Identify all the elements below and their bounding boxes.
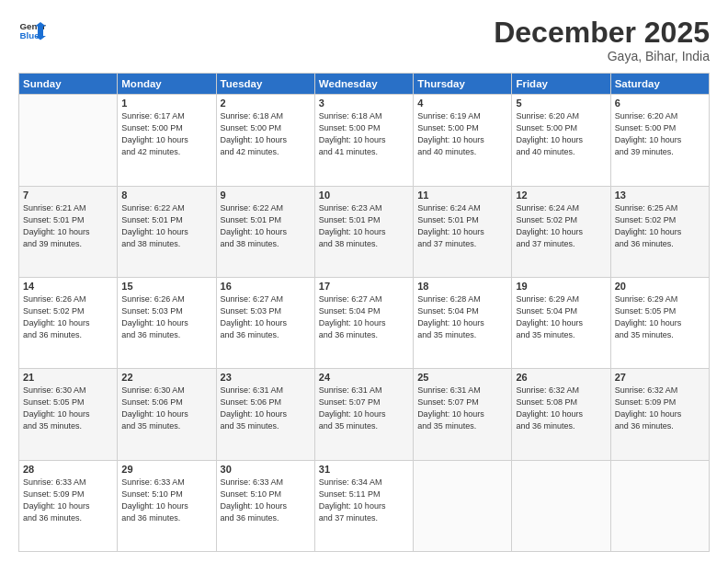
- day-info: Sunrise: 6:31 AM Sunset: 5:06 PM Dayligh…: [221, 385, 311, 432]
- day-number: 4: [417, 98, 507, 109]
- calendar-week-row: 7Sunrise: 6:21 AM Sunset: 5:01 PM Daylig…: [19, 186, 710, 277]
- calendar-day-cell: 23Sunrise: 6:31 AM Sunset: 5:06 PM Dayli…: [216, 369, 314, 460]
- calendar-day-cell: 20Sunrise: 6:29 AM Sunset: 5:05 PM Dayli…: [610, 277, 709, 368]
- calendar-day-cell: 28Sunrise: 6:33 AM Sunset: 5:09 PM Dayli…: [19, 460, 118, 551]
- calendar-day-cell: 15Sunrise: 6:26 AM Sunset: 5:03 PM Dayli…: [118, 277, 216, 368]
- calendar-day-cell: 4Sunrise: 6:19 AM Sunset: 5:00 PM Daylig…: [414, 95, 512, 186]
- day-info: Sunrise: 6:18 AM Sunset: 5:00 PM Dayligh…: [319, 110, 409, 158]
- day-number: 26: [516, 372, 606, 383]
- calendar-header-monday: Monday: [118, 74, 216, 95]
- day-info: Sunrise: 6:17 AM Sunset: 5:00 PM Dayligh…: [121, 110, 211, 158]
- day-number: 23: [221, 372, 311, 383]
- day-number: 30: [221, 464, 311, 475]
- calendar-day-cell: 11Sunrise: 6:24 AM Sunset: 5:01 PM Dayli…: [414, 186, 512, 277]
- calendar-day-cell: 9Sunrise: 6:22 AM Sunset: 5:01 PM Daylig…: [216, 186, 314, 277]
- day-number: 31: [319, 464, 409, 475]
- calendar-day-cell: 18Sunrise: 6:28 AM Sunset: 5:04 PM Dayli…: [414, 277, 512, 368]
- calendar-day-cell: [610, 460, 709, 551]
- calendar-header-thursday: Thursday: [414, 74, 512, 95]
- day-info: Sunrise: 6:23 AM Sunset: 5:01 PM Dayligh…: [319, 202, 409, 250]
- calendar-day-cell: [19, 95, 118, 186]
- logo: General Blue: [18, 17, 46, 44]
- calendar-day-cell: 19Sunrise: 6:29 AM Sunset: 5:04 PM Dayli…: [512, 277, 610, 368]
- calendar-day-cell: 7Sunrise: 6:21 AM Sunset: 5:01 PM Daylig…: [19, 186, 118, 277]
- calendar-day-cell: 26Sunrise: 6:32 AM Sunset: 5:08 PM Dayli…: [512, 369, 610, 460]
- calendar-day-cell: 27Sunrise: 6:32 AM Sunset: 5:09 PM Dayli…: [610, 369, 709, 460]
- calendar-week-row: 28Sunrise: 6:33 AM Sunset: 5:09 PM Dayli…: [19, 460, 710, 551]
- calendar-day-cell: 13Sunrise: 6:25 AM Sunset: 5:02 PM Dayli…: [610, 186, 709, 277]
- calendar-header-tuesday: Tuesday: [216, 74, 314, 95]
- day-number: 22: [121, 372, 211, 383]
- day-info: Sunrise: 6:22 AM Sunset: 5:01 PM Dayligh…: [221, 202, 311, 250]
- day-info: Sunrise: 6:34 AM Sunset: 5:11 PM Dayligh…: [319, 477, 409, 524]
- calendar-week-row: 14Sunrise: 6:26 AM Sunset: 5:02 PM Dayli…: [19, 277, 710, 368]
- day-info: Sunrise: 6:28 AM Sunset: 5:04 PM Dayligh…: [417, 293, 507, 341]
- day-info: Sunrise: 6:19 AM Sunset: 5:00 PM Dayligh…: [417, 110, 507, 158]
- day-info: Sunrise: 6:33 AM Sunset: 5:10 PM Dayligh…: [221, 477, 311, 524]
- day-info: Sunrise: 6:30 AM Sunset: 5:06 PM Dayligh…: [121, 385, 211, 432]
- calendar-day-cell: 21Sunrise: 6:30 AM Sunset: 5:05 PM Dayli…: [19, 369, 118, 460]
- calendar-day-cell: 8Sunrise: 6:22 AM Sunset: 5:01 PM Daylig…: [118, 186, 216, 277]
- calendar-day-cell: [414, 460, 512, 551]
- day-number: 15: [121, 281, 211, 292]
- day-number: 20: [615, 281, 705, 292]
- calendar-day-cell: 22Sunrise: 6:30 AM Sunset: 5:06 PM Dayli…: [118, 369, 216, 460]
- day-info: Sunrise: 6:27 AM Sunset: 5:03 PM Dayligh…: [221, 293, 311, 341]
- day-number: 25: [417, 372, 507, 383]
- calendar-day-cell: 17Sunrise: 6:27 AM Sunset: 5:04 PM Dayli…: [314, 277, 413, 368]
- calendar-day-cell: 6Sunrise: 6:20 AM Sunset: 5:00 PM Daylig…: [610, 95, 709, 186]
- calendar-header-saturday: Saturday: [610, 74, 709, 95]
- calendar-week-row: 21Sunrise: 6:30 AM Sunset: 5:05 PM Dayli…: [19, 369, 710, 460]
- day-info: Sunrise: 6:26 AM Sunset: 5:03 PM Dayligh…: [121, 293, 211, 341]
- day-info: Sunrise: 6:20 AM Sunset: 5:00 PM Dayligh…: [516, 110, 606, 158]
- calendar-table: SundayMondayTuesdayWednesdayThursdayFrid…: [18, 73, 710, 552]
- month-title: December 2025: [494, 17, 710, 49]
- day-number: 11: [417, 190, 507, 201]
- day-info: Sunrise: 6:33 AM Sunset: 5:09 PM Dayligh…: [23, 477, 113, 524]
- calendar-day-cell: 10Sunrise: 6:23 AM Sunset: 5:01 PM Dayli…: [314, 186, 413, 277]
- day-info: Sunrise: 6:30 AM Sunset: 5:05 PM Dayligh…: [23, 385, 113, 432]
- day-number: 17: [319, 281, 409, 292]
- day-number: 5: [516, 98, 606, 109]
- calendar-day-cell: 1Sunrise: 6:17 AM Sunset: 5:00 PM Daylig…: [118, 95, 216, 186]
- page: General Blue December 2025 Gaya, Bihar, …: [0, 0, 728, 563]
- day-number: 12: [516, 190, 606, 201]
- day-number: 6: [615, 98, 705, 109]
- day-info: Sunrise: 6:27 AM Sunset: 5:04 PM Dayligh…: [319, 293, 409, 341]
- day-info: Sunrise: 6:31 AM Sunset: 5:07 PM Dayligh…: [319, 385, 409, 432]
- calendar-header-row: SundayMondayTuesdayWednesdayThursdayFrid…: [19, 74, 710, 95]
- day-number: 16: [221, 281, 311, 292]
- calendar-day-cell: 31Sunrise: 6:34 AM Sunset: 5:11 PM Dayli…: [314, 460, 413, 551]
- day-info: Sunrise: 6:31 AM Sunset: 5:07 PM Dayligh…: [417, 385, 507, 432]
- day-number: 29: [121, 464, 211, 475]
- calendar-header-wednesday: Wednesday: [314, 74, 413, 95]
- day-number: 18: [417, 281, 507, 292]
- day-number: 27: [615, 372, 705, 383]
- svg-text:Blue: Blue: [20, 30, 40, 40]
- calendar-day-cell: 29Sunrise: 6:33 AM Sunset: 5:10 PM Dayli…: [118, 460, 216, 551]
- day-number: 9: [221, 190, 311, 201]
- calendar-day-cell: 16Sunrise: 6:27 AM Sunset: 5:03 PM Dayli…: [216, 277, 314, 368]
- calendar-day-cell: 14Sunrise: 6:26 AM Sunset: 5:02 PM Dayli…: [19, 277, 118, 368]
- day-number: 21: [23, 372, 113, 383]
- day-info: Sunrise: 6:33 AM Sunset: 5:10 PM Dayligh…: [121, 477, 211, 524]
- day-info: Sunrise: 6:29 AM Sunset: 5:04 PM Dayligh…: [516, 293, 606, 341]
- day-info: Sunrise: 6:26 AM Sunset: 5:02 PM Dayligh…: [23, 293, 113, 341]
- calendar-day-cell: 30Sunrise: 6:33 AM Sunset: 5:10 PM Dayli…: [216, 460, 314, 551]
- day-number: 10: [319, 190, 409, 201]
- day-number: 3: [319, 98, 409, 109]
- calendar-header-friday: Friday: [512, 74, 610, 95]
- day-info: Sunrise: 6:32 AM Sunset: 5:09 PM Dayligh…: [615, 385, 705, 432]
- calendar-day-cell: 12Sunrise: 6:24 AM Sunset: 5:02 PM Dayli…: [512, 186, 610, 277]
- day-number: 14: [23, 281, 113, 292]
- calendar-day-cell: 25Sunrise: 6:31 AM Sunset: 5:07 PM Dayli…: [414, 369, 512, 460]
- calendar-day-cell: [512, 460, 610, 551]
- header: General Blue December 2025 Gaya, Bihar, …: [18, 17, 710, 63]
- day-number: 28: [23, 464, 113, 475]
- day-info: Sunrise: 6:29 AM Sunset: 5:05 PM Dayligh…: [615, 293, 705, 341]
- day-info: Sunrise: 6:24 AM Sunset: 5:02 PM Dayligh…: [516, 202, 606, 250]
- calendar-day-cell: 2Sunrise: 6:18 AM Sunset: 5:00 PM Daylig…: [216, 95, 314, 186]
- day-info: Sunrise: 6:20 AM Sunset: 5:00 PM Dayligh…: [615, 110, 705, 158]
- day-number: 19: [516, 281, 606, 292]
- day-info: Sunrise: 6:25 AM Sunset: 5:02 PM Dayligh…: [615, 202, 705, 250]
